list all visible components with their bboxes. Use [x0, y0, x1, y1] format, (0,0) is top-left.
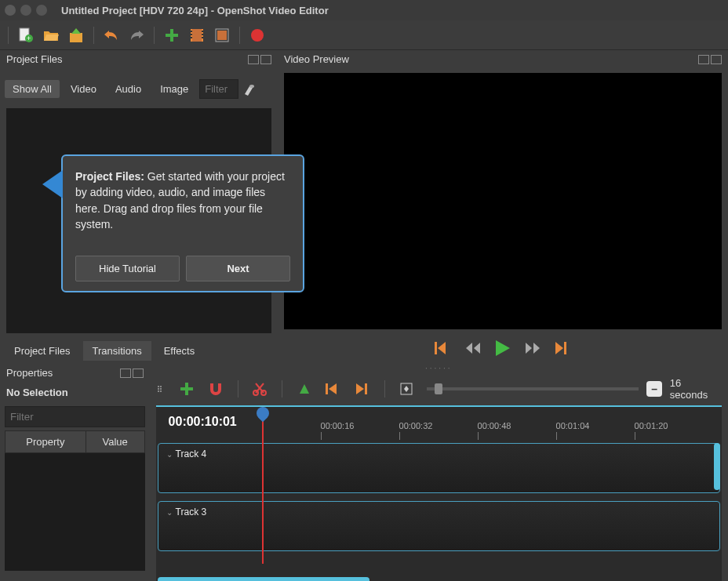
- project-files-header: Project Files: [0, 50, 278, 68]
- properties-no-selection: No Selection: [5, 382, 145, 403]
- panel-float-icon[interactable]: [120, 369, 131, 378]
- timeline-ruler[interactable]: 00:00:10:01 00:00:16 00:00:32 00:00:48 0…: [156, 407, 722, 440]
- svg-rect-10: [191, 34, 192, 35]
- main-toolbar: +: [0, 20, 728, 50]
- window-maximize-icon[interactable]: [36, 5, 47, 16]
- properties-title: Properties: [6, 367, 53, 379]
- filter-tab-show-all[interactable]: Show All: [5, 80, 60, 98]
- svg-rect-20: [564, 342, 566, 354]
- import-files-button[interactable]: [162, 26, 181, 45]
- panel-close-icon[interactable]: [133, 369, 144, 378]
- filter-tab-image[interactable]: Image: [152, 80, 196, 98]
- svg-rect-16: [217, 31, 227, 40]
- hide-tutorial-button[interactable]: Hide Tutorial: [75, 256, 180, 281]
- svg-rect-4: [75, 30, 78, 34]
- svg-rect-14: [202, 37, 203, 38]
- svg-rect-19: [435, 342, 437, 354]
- ruler-tick: 00:01:20: [635, 421, 668, 430]
- properties-body: [5, 453, 145, 571]
- ruler-tick: 00:00:48: [478, 421, 511, 430]
- new-project-button[interactable]: +: [16, 26, 35, 45]
- window-title: Untitled Project [HDV 720 24p] - OpenSho…: [61, 5, 329, 16]
- timeline-track[interactable]: Track 3: [158, 501, 720, 551]
- project-files-title: Project Files: [6, 53, 63, 65]
- svg-point-18: [249, 85, 254, 88]
- svg-rect-26: [365, 383, 367, 394]
- tutorial-text: Project Files: Get started with your pro…: [75, 169, 290, 232]
- ruler-tick: 00:00:16: [321, 421, 355, 430]
- add-track-button[interactable]: [177, 379, 195, 398]
- properties-filter-input[interactable]: [5, 406, 145, 427]
- properties-header: Properties: [0, 364, 150, 382]
- vertical-scrollbar[interactable]: [714, 443, 720, 490]
- properties-table: Property Value: [5, 430, 145, 453]
- svg-rect-12: [202, 31, 203, 32]
- timeline-area[interactable]: 00:00:10:01 00:00:16 00:00:32 00:00:48 0…: [156, 405, 722, 581]
- timeline-track[interactable]: Track 4: [158, 443, 720, 493]
- open-project-button[interactable]: [42, 26, 60, 45]
- ruler-tick: 00:01:04: [556, 421, 590, 430]
- fast-forward-button[interactable]: [524, 341, 541, 355]
- svg-text:+: +: [27, 34, 31, 42]
- play-button[interactable]: [494, 341, 511, 355]
- tab-effects[interactable]: Effects: [155, 341, 205, 361]
- filter-tab-video[interactable]: Video: [63, 80, 104, 98]
- svg-rect-3: [70, 33, 82, 42]
- horizontal-scrollbar[interactable]: [158, 577, 369, 581]
- window-close-icon[interactable]: [5, 5, 16, 16]
- export-video-button[interactable]: [248, 26, 267, 45]
- jump-start-button[interactable]: [435, 341, 452, 355]
- undo-button[interactable]: [102, 26, 121, 45]
- playhead-time: 00:00:10:01: [169, 415, 237, 429]
- tutorial-arrow-icon: [42, 170, 63, 198]
- video-preview-header: Video Preview: [278, 50, 728, 68]
- video-preview-canvas: [284, 73, 722, 329]
- zoom-reset-icon[interactable]: –: [646, 381, 661, 397]
- properties-col-value[interactable]: Value: [86, 431, 144, 453]
- panel-float-icon[interactable]: [698, 55, 709, 64]
- svg-rect-8: [192, 29, 202, 42]
- next-marker-button[interactable]: [353, 379, 371, 398]
- window-minimize-icon[interactable]: [20, 5, 31, 16]
- tab-transitions[interactable]: Transitions: [83, 341, 151, 361]
- panel-drag-handle[interactable]: ······: [150, 364, 728, 372]
- ruler-tick: 00:00:32: [399, 421, 433, 430]
- save-project-button[interactable]: [67, 26, 86, 45]
- fullscreen-button[interactable]: [213, 26, 231, 45]
- svg-rect-6: [166, 34, 178, 37]
- panel-float-icon[interactable]: [248, 55, 259, 64]
- redo-button[interactable]: [127, 26, 146, 45]
- drag-handle-icon[interactable]: [158, 381, 164, 397]
- svg-rect-9: [191, 31, 192, 32]
- choose-profile-button[interactable]: [187, 26, 206, 45]
- project-files-filter-input[interactable]: [199, 79, 238, 99]
- jump-end-button[interactable]: [554, 341, 571, 355]
- snap-button[interactable]: [207, 379, 225, 398]
- razor-button[interactable]: [251, 379, 269, 398]
- prev-marker-button[interactable]: [324, 379, 342, 398]
- svg-rect-13: [202, 34, 203, 35]
- rewind-button[interactable]: [464, 341, 482, 355]
- track-label: Track 3: [166, 507, 207, 517]
- filter-tab-audio[interactable]: Audio: [107, 80, 149, 98]
- clear-filter-icon[interactable]: [242, 82, 257, 97]
- add-marker-button[interactable]: [295, 379, 313, 398]
- zoom-label: 16 seconds: [670, 377, 720, 401]
- track-label: Track 4: [166, 448, 207, 459]
- tutorial-popup: Project Files: Get started with your pro…: [61, 154, 304, 292]
- tab-project-files[interactable]: Project Files: [5, 341, 80, 361]
- titlebar: Untitled Project [HDV 720 24p] - OpenSho…: [0, 0, 728, 20]
- next-tutorial-button[interactable]: Next: [186, 256, 290, 281]
- svg-rect-11: [191, 37, 192, 38]
- timeline-toolbar: – 16 seconds: [150, 372, 728, 405]
- panel-close-icon[interactable]: [711, 55, 722, 64]
- svg-rect-22: [180, 387, 193, 390]
- zoom-slider[interactable]: [427, 387, 639, 390]
- properties-col-property[interactable]: Property: [5, 431, 86, 453]
- svg-rect-25: [326, 383, 328, 394]
- center-playhead-button[interactable]: [398, 379, 416, 398]
- video-preview-title: Video Preview: [284, 53, 349, 65]
- svg-point-17: [251, 29, 264, 42]
- panel-close-icon[interactable]: [260, 55, 271, 64]
- playhead[interactable]: [262, 407, 264, 564]
